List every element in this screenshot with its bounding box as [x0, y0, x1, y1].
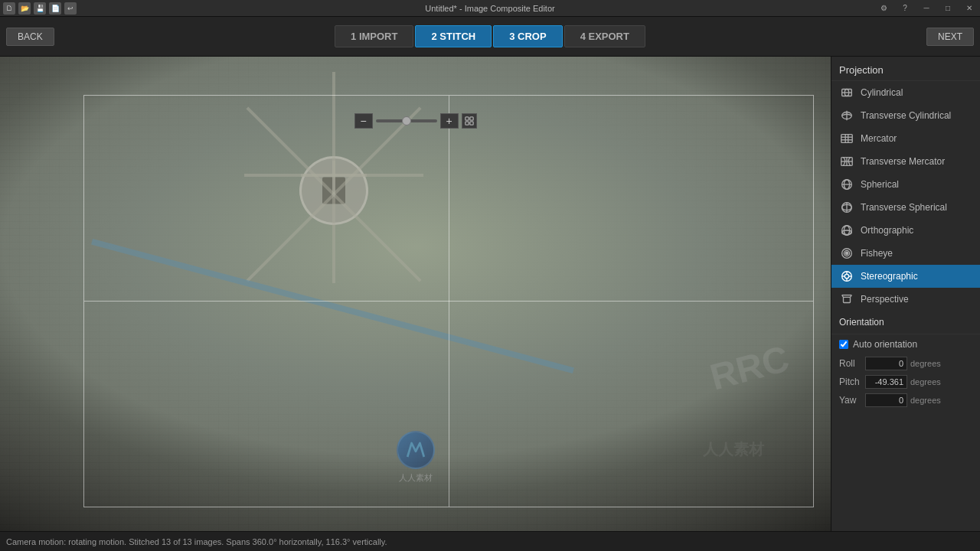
orientation-title: Orientation — [831, 311, 980, 334]
spherical-icon — [839, 177, 854, 192]
proj-cylindrical-label: Cylindrical — [861, 87, 903, 98]
yaw-label: Yaw — [839, 395, 862, 406]
zoom-fit-btn[interactable] — [462, 113, 477, 129]
titlebar-app-icons: 🗋 📂 💾 📄 ↩ — [3, 2, 77, 15]
step-import-label: 1 IMPORT — [351, 31, 397, 42]
step-export[interactable]: 4 EXPORT — [564, 25, 645, 47]
proj-fisheye-label: Fisheye — [861, 248, 893, 259]
zoom-in-btn[interactable]: + — [440, 113, 459, 129]
proj-transverse-mercator[interactable]: Transverse Mercator — [831, 150, 980, 173]
auto-orientation-row[interactable]: Auto orientation — [831, 334, 980, 354]
step-crop[interactable]: 3 CROP — [493, 25, 562, 47]
roll-label: Roll — [839, 358, 862, 369]
yaw-row: Yaw degrees — [831, 391, 980, 409]
svg-rect-35 — [844, 297, 851, 302]
zoom-thumb[interactable] — [402, 116, 411, 126]
fisheye-icon — [839, 246, 854, 261]
auto-orientation-checkbox[interactable] — [839, 340, 848, 349]
svg-rect-0 — [465, 117, 468, 120]
logo-symbol-circle — [397, 431, 435, 469]
mercator-icon — [839, 131, 854, 146]
proj-mercator[interactable]: Mercator — [831, 127, 980, 150]
transverse-cylindrical-icon — [839, 108, 854, 123]
proj-transverse-mercator-label: Transverse Mercator — [861, 156, 945, 167]
proj-stereographic[interactable]: Stereographic — [831, 265, 980, 288]
yaw-unit: degrees — [910, 396, 941, 405]
roll-row: Roll degrees — [831, 354, 980, 373]
proj-transverse-cylindrical[interactable]: Transverse Cylindrical — [831, 104, 980, 127]
zoom-out-btn[interactable]: − — [354, 113, 373, 129]
undo-icon[interactable]: ↩ — [64, 2, 77, 15]
svg-rect-3 — [469, 122, 472, 125]
proj-transverse-spherical[interactable]: Transverse Spherical — [831, 196, 980, 219]
nav-steps: 1 IMPORT 2 STITCH 3 CROP 4 EXPORT — [335, 25, 645, 47]
step-stitch[interactable]: 2 STITCH — [415, 25, 492, 47]
proj-transverse-spherical-label: Transverse Spherical — [861, 202, 947, 213]
auto-orientation-label: Auto orientation — [853, 339, 917, 350]
proj-spherical[interactable]: Spherical — [831, 173, 980, 196]
step-crop-label: 3 CROP — [509, 31, 546, 42]
center-logo: 人人素材 — [397, 431, 435, 484]
roll-unit: degrees — [910, 359, 941, 368]
titlebar-title: Untitled* - Image Composite Editor — [425, 4, 554, 13]
proj-mercator-label: Mercator — [861, 133, 897, 144]
proj-transverse-cylindrical-label: Transverse Cylindrical — [861, 110, 951, 121]
proj-perspective-label: Perspective — [861, 294, 909, 305]
titlebar-controls: ⚙ ? ─ □ ✕ — [873, 0, 980, 16]
close-btn[interactable]: ✕ — [959, 0, 980, 17]
zoom-bar: − + — [354, 113, 477, 129]
saveas-icon[interactable]: 📄 — [49, 2, 61, 15]
road-west — [301, 174, 423, 177]
proj-cylindrical[interactable]: Cylindrical — [831, 81, 980, 104]
main-area: − + — [0, 57, 980, 531]
proj-stereographic-label: Stereographic — [861, 271, 918, 282]
pitch-input[interactable] — [865, 375, 907, 389]
svg-rect-1 — [469, 117, 472, 120]
proj-spherical-label: Spherical — [861, 179, 899, 190]
proj-orthographic-label: Orthographic — [861, 225, 913, 236]
step-import[interactable]: 1 IMPORT — [335, 25, 413, 47]
cylindrical-icon — [839, 85, 854, 100]
step-stitch-label: 2 STITCH — [431, 31, 475, 42]
pitch-unit: degrees — [910, 377, 941, 386]
titlebar: 🗋 📂 💾 📄 ↩ Untitled* - Image Composite Ed… — [0, 0, 980, 17]
save-icon[interactable]: 💾 — [34, 2, 46, 15]
maximize-btn[interactable]: □ — [937, 0, 959, 17]
pitch-label: Pitch — [839, 377, 862, 387]
svg-rect-9 — [841, 135, 852, 143]
new-icon[interactable]: 🗋 — [3, 2, 15, 15]
roll-input[interactable] — [865, 357, 907, 370]
right-panel: Projection Cylindrical Transver — [831, 57, 980, 531]
canvas-area[interactable]: − + — [0, 57, 831, 531]
help-btn[interactable]: ? — [894, 0, 916, 17]
perspective-icon — [839, 292, 854, 307]
proj-orthographic[interactable]: Orthographic — [831, 219, 980, 242]
logo-label: 人人素材 — [399, 472, 433, 484]
settings-btn[interactable]: ⚙ — [873, 0, 894, 17]
proj-fisheye[interactable]: Fisheye — [831, 242, 980, 265]
stereographic-icon — [839, 269, 854, 284]
projection-title: Projection — [831, 57, 980, 81]
minimize-btn[interactable]: ─ — [916, 0, 937, 17]
step-export-label: 4 EXPORT — [580, 31, 629, 42]
orthographic-icon — [839, 223, 854, 238]
back-button[interactable]: BACK — [6, 28, 54, 46]
status-text: Camera motion: rotating motion. Stitched… — [6, 537, 387, 546]
next-button[interactable]: NEXT — [926, 28, 974, 46]
svg-point-28 — [845, 252, 848, 255]
transverse-spherical-icon — [839, 200, 854, 215]
zoom-slider[interactable] — [376, 119, 437, 122]
svg-rect-2 — [465, 122, 468, 125]
navbar: BACK 1 IMPORT 2 STITCH 3 CROP 4 EXPORT N… — [0, 17, 980, 57]
statusbar: Camera motion: rotating motion. Stitched… — [0, 531, 980, 551]
transverse-mercator-icon — [839, 154, 854, 169]
proj-perspective[interactable]: Perspective — [831, 288, 980, 311]
svg-point-25 — [842, 230, 852, 234]
yaw-input[interactable] — [865, 393, 907, 407]
open-icon[interactable]: 📂 — [18, 2, 31, 15]
pitch-row: Pitch degrees — [831, 373, 980, 391]
svg-point-30 — [844, 274, 848, 278]
